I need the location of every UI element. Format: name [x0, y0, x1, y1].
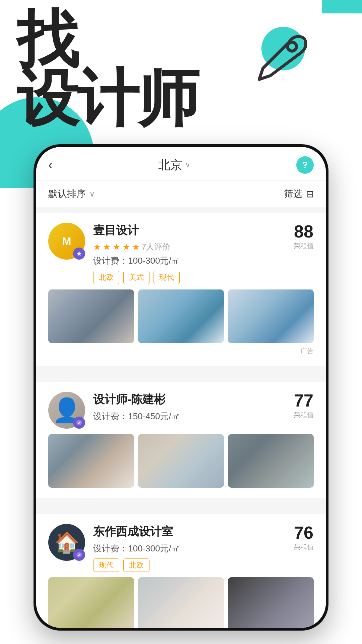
score-number-1: 88 [294, 223, 314, 240]
portfolio-images-2[interactable] [48, 434, 314, 488]
portfolio-image-2-1[interactable] [48, 434, 134, 488]
svg-point-0 [288, 42, 297, 51]
tag-american-1: 美式 [123, 271, 149, 284]
tag-nordic-3: 北欧 [123, 558, 149, 572]
app-navbar: ‹ 北京 ∨ ? [36, 147, 326, 181]
avatar-wrap-1: M [48, 223, 85, 260]
price-2: 设计费：150-450元/㎡ [93, 411, 286, 422]
filter-button[interactable]: 筛选 ⊟ [284, 187, 314, 200]
filter-bar: 默认排序 ∨ 筛选 ⊟ [36, 181, 326, 207]
filter-icon: ⊟ [306, 189, 314, 200]
star-1: ★ [93, 242, 101, 252]
card-info-3: 东作西成设计室 设计费：100-300元/㎡ 现代 北欧 [93, 524, 286, 572]
tag-modern-1: 现代 [154, 271, 180, 284]
designer-name-3: 东作西成设计室 [93, 524, 286, 539]
help-icon: ? [302, 160, 308, 170]
city-name: 北京 [158, 157, 182, 173]
card-info-2: 设计师-陈建彬 设计费：150-450元/㎡ [93, 392, 286, 426]
tags-3: 现代 北欧 [93, 558, 286, 572]
score-number-3: 76 [294, 524, 314, 541]
portfolio-image-1-3[interactable] [228, 289, 314, 343]
portfolio-image-3-3[interactable] [228, 577, 314, 628]
phone-mockup: ‹ 北京 ∨ ? 默认排序 ∨ 筛选 ⊟ [34, 144, 328, 631]
pen-icon [248, 23, 315, 91]
score-number-2: 77 [294, 392, 314, 409]
filter-label: 筛选 [284, 187, 303, 200]
chevron-down-icon: ∨ [185, 161, 190, 169]
verified-badge-3 [73, 549, 85, 561]
tags-1: 北欧 美式 现代 [93, 271, 286, 284]
designer-name-2: 设计师-陈建彬 [93, 392, 286, 407]
divider-1 [36, 371, 326, 376]
designer-name-1: 壹目设计 [93, 223, 286, 238]
review-count-1: 7人评价 [142, 241, 170, 252]
tag-modern-3: 现代 [93, 558, 119, 572]
tag-nordic-1: 北欧 [93, 271, 119, 284]
portfolio-images-1[interactable] [48, 289, 314, 343]
score-box-2: 77 荣程值 [294, 392, 314, 420]
hero-title: 找 设计师 [17, 10, 198, 128]
star-2: ★ [103, 242, 111, 252]
star-4: ★ [122, 242, 130, 252]
ad-label-1: 广告 [48, 346, 314, 356]
sort-selector[interactable]: 默认排序 ∨ [48, 187, 95, 200]
stars-row-1: ★ ★ ★ ★ ★ 7人评价 [93, 241, 286, 252]
portfolio-image-2-3[interactable] [228, 434, 314, 488]
portfolio-image-2-2[interactable] [138, 434, 224, 488]
sort-chevron-icon: ∨ [89, 189, 95, 199]
portfolio-images-3[interactable] [48, 577, 314, 628]
phone-screen: ‹ 北京 ∨ ? 默认排序 ∨ 筛选 ⊟ [36, 147, 326, 628]
designer-card-1[interactable]: M 壹目设计 ★ ★ ★ ★ ★ [36, 213, 326, 366]
designer-card-2[interactable]: 👤 设计师-陈建彬 设计费：150-450元/㎡ 77 荣程值 [36, 382, 326, 498]
verified-badge-1 [73, 248, 85, 260]
verified-badge-2 [73, 417, 85, 429]
avatar-wrap-3: 🏠 [48, 524, 85, 561]
score-box-3: 76 荣程值 [294, 524, 314, 552]
city-selector[interactable]: 北京 ∨ [158, 157, 190, 173]
teal-rect-decoration [322, 0, 362, 13]
avatar-wrap-2: 👤 [48, 392, 85, 429]
price-1: 设计费：100-300元/㎡ [93, 255, 286, 267]
star-3: ★ [113, 242, 120, 252]
portfolio-image-1-1[interactable] [48, 289, 134, 343]
star-5: ★ [132, 242, 140, 252]
card-info-1: 壹目设计 ★ ★ ★ ★ ★ 7人评价 设计费：100-300元/㎡ 北欧 美式… [93, 223, 286, 284]
score-label-2: 荣程值 [294, 411, 314, 420]
portfolio-image-3-2[interactable] [138, 577, 224, 628]
help-button[interactable]: ? [296, 156, 314, 174]
svg-point-2 [76, 552, 82, 557]
score-label-1: 荣程值 [294, 241, 314, 251]
score-label-3: 荣程值 [294, 543, 314, 552]
sort-label: 默认排序 [48, 187, 86, 200]
back-button[interactable]: ‹ [48, 158, 52, 172]
designer-card-3[interactable]: 🏠 东作西成设计室 设计费：100-300元/㎡ 现代 北欧 [36, 514, 326, 628]
score-box-1: 88 荣程值 [294, 223, 314, 251]
portfolio-image-3-1[interactable] [48, 577, 134, 628]
svg-point-1 [76, 420, 82, 425]
price-3: 设计费：100-300元/㎡ [93, 543, 286, 554]
portfolio-image-1-2[interactable] [138, 289, 224, 343]
divider-2 [36, 503, 326, 508]
